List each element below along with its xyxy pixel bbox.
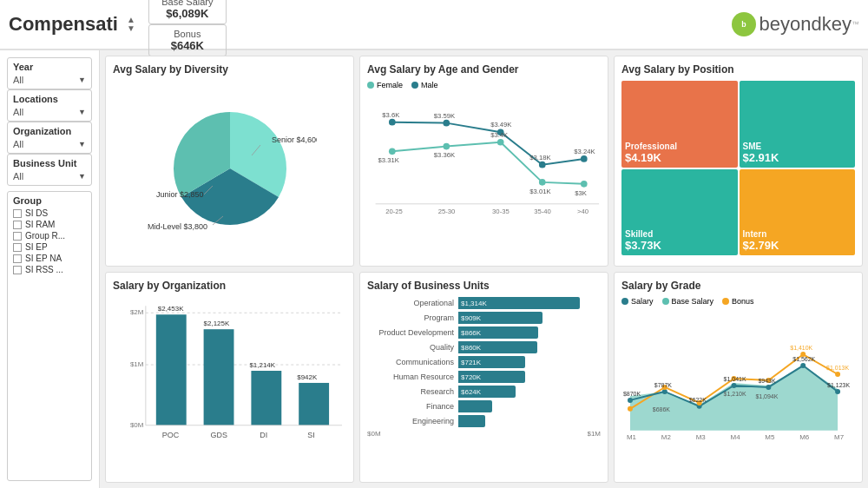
hbar-axis: $0M $1M <box>367 430 601 438</box>
svg-text:Senior $4,600: Senior $4,600 <box>272 135 317 144</box>
svg-text:$1,214K: $1,214K <box>249 361 275 369</box>
salary-by-org-card: Salary by Organization $2M $1M $0M <box>105 272 354 483</box>
svg-text:$787K: $787K <box>654 382 673 388</box>
filter-organization[interactable]: OrganizationAll▼ <box>7 122 92 154</box>
svg-text:30-35: 30-35 <box>492 208 510 215</box>
salary-business-units-card: Salary of Business Units Operational $1,… <box>359 272 608 483</box>
brand-icon: b <box>732 12 756 36</box>
group-items-container: SI DSSI RAMGroup R...SI EPSI EP NASI RSS… <box>13 208 86 274</box>
svg-point-12 <box>581 155 588 162</box>
content-grid: Avg Salary by Diversity Senior $4,600 Ju… <box>100 50 868 488</box>
svg-text:M6: M6 <box>799 433 810 441</box>
svg-text:$3.59K: $3.59K <box>434 112 456 120</box>
svg-text:$1,041K: $1,041K <box>724 376 746 382</box>
filter-year[interactable]: YearAll▼ <box>7 57 92 89</box>
svg-text:$2,125K: $2,125K <box>204 320 230 327</box>
svg-point-50 <box>628 398 633 403</box>
pie-chart-container: Senior $4,600 Junior $2,850 Mid-Level $3… <box>113 81 346 255</box>
salary-by-grade-card: Salary by Grade Salary Base Salary Bonus <box>614 272 863 483</box>
svg-point-55 <box>800 363 806 368</box>
svg-text:$622K: $622K <box>689 397 707 403</box>
svg-point-18 <box>389 148 396 155</box>
salary-by-grade-title: Salary by Grade <box>621 280 855 292</box>
svg-text:$3.18K: $3.18K <box>529 154 551 162</box>
bar-gds <box>204 329 234 425</box>
brand-text: beyondkey <box>760 13 852 36</box>
legend-female: Female <box>367 81 403 89</box>
male-label: Male <box>421 81 438 89</box>
svg-point-56 <box>835 389 840 394</box>
group-item[interactable]: SI RAM <box>13 220 86 229</box>
svg-text:SI: SI <box>307 431 314 439</box>
male-dot <box>411 82 418 89</box>
legend-male: Male <box>411 81 438 89</box>
treemap-professional: Professional $4.19K <box>621 81 738 168</box>
salary-by-org-title: Salary by Organization <box>113 280 346 292</box>
svg-text:$1,410K: $1,410K <box>790 345 812 351</box>
svg-point-22 <box>581 181 588 188</box>
svg-text:>40: >40 <box>577 208 589 215</box>
skilled-label: Skilled <box>625 229 734 239</box>
hbar-row: Quality $860K <box>367 341 601 353</box>
svg-text:b: b <box>741 20 746 29</box>
sme-label: SME <box>743 142 852 151</box>
legend-base-salary: Base Salary <box>662 297 714 306</box>
avg-salary-position-card: Avg Salary by Position Professional $4.1… <box>614 56 863 267</box>
svg-text:M4: M4 <box>731 433 741 441</box>
svg-text:$1,210K: $1,210K <box>724 391 746 397</box>
svg-text:$1,123K: $1,123K <box>827 382 850 388</box>
svg-point-8 <box>389 119 396 126</box>
svg-point-11 <box>539 162 546 168</box>
avg-salary-position-title: Avg Salary by Position <box>621 63 855 76</box>
group-item[interactable]: SI EP NA <box>13 254 86 263</box>
scroll-down-button[interactable]: ▼ <box>127 24 135 33</box>
salary-org-bar-chart: $2M $1M $0M $2,453K $2,1 <box>113 297 346 449</box>
hbar-row: Research $624K <box>367 386 601 398</box>
group-item[interactable]: SI RSS ... <box>13 265 86 274</box>
svg-text:25-30: 25-30 <box>438 208 456 215</box>
filter-locations[interactable]: LocationsAll▼ <box>7 89 92 122</box>
professional-label: Professional <box>625 142 734 151</box>
female-dot <box>367 82 374 89</box>
skilled-value: $3.73K <box>625 239 734 252</box>
bar-si <box>299 383 329 425</box>
svg-text:$3.31K: $3.31K <box>378 156 399 164</box>
svg-point-53 <box>732 383 737 388</box>
svg-point-20 <box>497 139 504 146</box>
group-item[interactable]: SI EP <box>13 242 86 252</box>
svg-text:M3: M3 <box>696 433 707 441</box>
salary-label: Salary <box>631 297 654 306</box>
hbar-row: Human Resource $720K <box>367 371 601 383</box>
professional-value: $4.19K <box>625 151 734 164</box>
svg-text:Junior $2,850: Junior $2,850 <box>156 190 204 199</box>
svg-text:$3.6K: $3.6K <box>382 111 400 119</box>
svg-text:$3.36K: $3.36K <box>434 151 456 159</box>
svg-text:$942K: $942K <box>297 373 318 381</box>
bonus-dot <box>722 298 729 305</box>
base-salary-dot <box>662 298 669 305</box>
svg-point-21 <box>539 179 546 186</box>
avg-salary-age-gender-card: Avg Salary by Age and Gender Female Male <box>359 56 608 267</box>
group-section: Group SI DSSI RAMGroup R...SI EPSI EP NA… <box>7 191 92 481</box>
avg-salary-age-gender-title: Avg Salary by Age and Gender <box>367 63 601 76</box>
hbar-rows: Operational $1,314K Program $909K Produc… <box>367 297 601 427</box>
intern-value: $2.79K <box>743 239 852 252</box>
group-item[interactable]: SI DS <box>13 208 86 218</box>
svg-point-19 <box>443 143 450 150</box>
pie-chart: Senior $4,600 Junior $2,850 Mid-Level $3… <box>143 95 317 242</box>
salary-dot <box>621 298 628 305</box>
svg-text:$1,013K: $1,013K <box>826 365 849 371</box>
salary-grade-chart: $870K $787K $622K $1,041K $943K $1,562K … <box>621 309 855 444</box>
salary-business-units-title: Salary of Business Units <box>367 280 601 292</box>
svg-point-54 <box>766 385 771 390</box>
svg-text:$3.01K: $3.01K <box>529 188 551 195</box>
group-item[interactable]: Group R... <box>13 231 86 241</box>
filter-business_unit[interactable]: Business UnitAll▼ <box>7 154 92 186</box>
svg-text:M1: M1 <box>627 433 637 441</box>
svg-point-57 <box>628 406 633 412</box>
base-salary-label: Base Salary <box>672 297 714 306</box>
scroll-buttons[interactable]: ▲ ▼ <box>127 16 135 33</box>
svg-text:POC: POC <box>162 431 180 439</box>
hbar-row: Finance <box>367 400 601 412</box>
svg-text:M5: M5 <box>765 433 775 441</box>
